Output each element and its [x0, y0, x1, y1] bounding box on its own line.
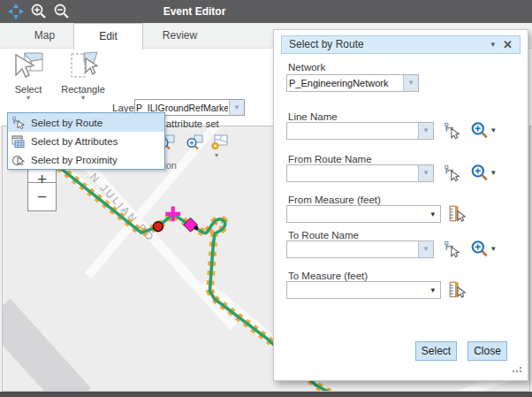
to-route-value[interactable] — [289, 242, 414, 256]
line-name-dropdown-button[interactable]: ▾ — [418, 123, 433, 139]
select-by-proximity-icon — [11, 153, 26, 167]
line-select-on-map-icon[interactable] — [444, 122, 463, 140]
to-route-label: To Route Name — [288, 230, 359, 240]
chevron-down-icon: ▾ — [419, 123, 433, 138]
network-value[interactable] — [289, 76, 399, 90]
select-tool-menu: Select by Route Select by Attributes Sel… — [7, 112, 165, 170]
menu-item-select-by-attributes[interactable]: Select by Attributes — [8, 132, 164, 150]
to-route-combobox[interactable]: ▾ — [286, 240, 434, 258]
zoom-out-icon[interactable] — [53, 3, 71, 20]
chevron-down-icon: ▾ — [230, 100, 244, 115]
from-route-dropdown-button[interactable]: ▾ — [418, 165, 433, 181]
selection-options-dropdown-icon[interactable]: ▾ — [215, 152, 218, 159]
from-measure-select-on-map-icon[interactable] — [448, 205, 467, 223]
tab-map[interactable]: Map — [16, 23, 73, 49]
to-measure-select-on-map-icon[interactable] — [448, 281, 467, 299]
select-button[interactable]: Select — [415, 341, 457, 361]
select-tool-dropdown-icon[interactable]: ▾ — [4, 95, 53, 102]
map-zoom-out-button[interactable]: − — [28, 183, 56, 212]
panel-header[interactable]: Select by Route ▾ ✕ — [281, 35, 521, 54]
select-by-route-icon — [11, 116, 26, 130]
to-measure-combobox[interactable]: ▾ — [286, 281, 441, 299]
line-name-label: Line Name — [288, 111, 338, 122]
panel-close-icon[interactable]: ✕ — [503, 36, 513, 53]
to-route-dropdown-button[interactable]: ▾ — [418, 241, 433, 257]
from-route-value[interactable] — [289, 166, 414, 180]
select-tool-icon — [12, 51, 44, 80]
select-by-attributes-icon — [11, 134, 26, 149]
menu-item-select-by-route[interactable]: Select by Route — [8, 113, 164, 132]
chevron-down-icon: ▾ — [404, 75, 418, 90]
selection-options-icon[interactable] — [210, 134, 228, 150]
rectangle-tool-button[interactable]: Rectangle ▾ — [55, 51, 111, 102]
from-route-search-dropdown-icon[interactable]: ▾ — [491, 168, 496, 177]
menu-item-select-by-proximity[interactable]: Select by Proximity — [8, 150, 164, 169]
line-search-dropdown-icon[interactable]: ▾ — [491, 126, 496, 134]
menu-item-label: Select by Proximity — [31, 155, 118, 165]
pan-icon[interactable] — [7, 3, 25, 20]
panel-title: Select by Route — [289, 36, 364, 53]
from-route-combobox[interactable]: ▾ — [286, 164, 434, 182]
chevron-down-icon: ▾ — [419, 241, 433, 256]
layer-dropdown-button[interactable]: ▾ — [229, 100, 244, 115]
select-tool-button[interactable]: Select ▾ — [4, 51, 53, 102]
line-search-icon[interactable] — [470, 121, 490, 139]
from-route-label: From Route Name — [288, 154, 372, 164]
line-name-combobox[interactable]: ▾ — [286, 122, 434, 140]
rectangle-tool-dropdown-icon[interactable]: ▾ — [55, 95, 111, 102]
to-route-select-on-map-icon[interactable] — [444, 240, 463, 258]
title-bar: Event Editor — [0, 0, 532, 23]
network-label: Network — [288, 62, 325, 73]
to-measure-value[interactable] — [289, 283, 421, 297]
bottom-bar — [0, 392, 532, 397]
from-measure-dropdown-icon[interactable]: ▾ — [430, 206, 435, 222]
menu-item-label: Select by Attributes — [31, 136, 118, 147]
from-measure-value[interactable] — [289, 207, 421, 221]
window-title: Event Editor — [133, 0, 256, 23]
to-route-search-dropdown-icon[interactable]: ▾ — [491, 244, 496, 253]
zoom-in-icon[interactable] — [30, 3, 48, 20]
from-measure-combobox[interactable]: ▾ — [286, 205, 441, 223]
panel-collapse-icon[interactable]: ▾ — [490, 36, 495, 53]
tab-review[interactable]: Review — [143, 23, 217, 49]
line-name-value[interactable] — [289, 124, 414, 138]
network-combobox[interactable]: ▾ — [286, 74, 419, 92]
to-route-search-icon[interactable] — [470, 240, 490, 257]
from-measure-label: From Measure (feet) — [288, 195, 381, 205]
panel-resize-grip[interactable] — [511, 367, 521, 374]
tab-edit[interactable]: Edit — [73, 23, 143, 50]
chevron-down-icon: ▾ — [419, 165, 433, 180]
to-measure-label: To Measure (feet) — [288, 271, 368, 281]
pan-to-selection-icon[interactable] — [186, 134, 203, 150]
select-by-route-panel: Select by Route ▾ ✕ Network ▾ Line Name … — [273, 29, 528, 381]
marker-diamond-dot — [194, 225, 199, 230]
menu-item-label: Select by Route — [31, 118, 103, 128]
close-button[interactable]: Close — [467, 341, 507, 361]
marker-red-point[interactable] — [153, 222, 163, 232]
network-dropdown-button[interactable]: ▾ — [403, 75, 418, 91]
from-route-select-on-map-icon[interactable] — [444, 164, 463, 182]
rectangle-tool-icon — [68, 51, 98, 80]
from-route-search-icon[interactable] — [470, 164, 490, 181]
to-measure-dropdown-icon[interactable]: ▾ — [430, 282, 435, 298]
